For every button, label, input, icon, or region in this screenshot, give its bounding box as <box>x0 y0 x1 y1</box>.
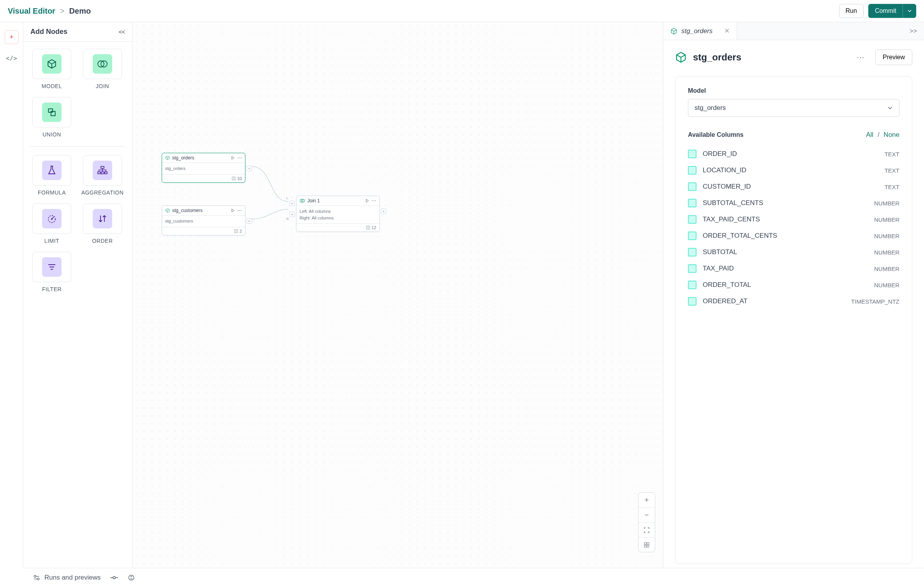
node-col-count: 10 <box>237 176 242 181</box>
flask-icon <box>42 161 62 180</box>
node-tile-order[interactable]: ORDER <box>81 203 124 244</box>
column-row[interactable]: TAX_PAID NUMBER <box>688 260 899 277</box>
input-port-left[interactable]: + <box>289 201 295 206</box>
zoom-fit-button[interactable] <box>638 522 655 537</box>
columns-icon <box>366 226 370 230</box>
close-tab-icon[interactable]: ✕ <box>724 27 730 35</box>
panel-tab[interactable]: stg_orders ✕ <box>663 22 737 40</box>
node-tile-union[interactable]: UNION <box>30 97 73 138</box>
columns-icon <box>232 177 236 180</box>
columns-icon <box>234 229 238 233</box>
code-view-button[interactable]: </> <box>5 51 19 65</box>
svg-point-23 <box>34 575 36 577</box>
canvas-node-stg-customers[interactable]: stg_customers ⋯ stg_customers 2 + <box>162 205 245 235</box>
column-checkbox[interactable] <box>688 199 697 207</box>
column-row[interactable]: LOCATION_ID TEXT <box>688 162 899 179</box>
collapse-panel-button[interactable]: << <box>119 29 125 35</box>
breadcrumb-current: Demo <box>69 7 91 16</box>
commit-icon <box>110 575 118 580</box>
expand-panel-button[interactable]: >> <box>903 28 924 35</box>
node-menu-icon[interactable]: ⋯ <box>237 155 242 161</box>
runs-previews-button[interactable]: Runs and previews <box>33 574 101 582</box>
column-checkbox[interactable] <box>688 166 697 175</box>
output-port[interactable]: + <box>247 218 252 224</box>
play-icon[interactable] <box>231 209 235 212</box>
node-title: Join 1 <box>307 198 320 203</box>
node-tile-aggregation[interactable]: AGGREGATION <box>81 155 124 196</box>
commit-dropdown-button[interactable] <box>903 4 916 18</box>
cube-icon <box>670 28 677 35</box>
play-icon[interactable] <box>231 156 235 160</box>
column-checkbox[interactable] <box>688 264 697 273</box>
node-title: stg_customers <box>172 208 203 213</box>
node-menu-icon[interactable]: ⋯ <box>237 208 242 213</box>
preview-button[interactable]: Preview <box>875 50 912 65</box>
details-panel: stg_orders ✕ >> stg_orders ⋯ Preview Mod… <box>663 22 924 568</box>
node-body: stg_customers <box>162 215 245 227</box>
agg-icon <box>93 161 112 180</box>
column-name: TAX_PAID <box>703 265 868 272</box>
node-tile-filter[interactable]: FILTER <box>30 252 73 292</box>
column-checkbox[interactable] <box>688 150 697 158</box>
column-name: CUSTOMER_ID <box>703 183 878 191</box>
canvas-node-join[interactable]: Join 1 ⋯ Left: All columns Right: All co… <box>296 196 380 232</box>
column-row[interactable]: SUBTOTAL_CENTS NUMBER <box>688 195 899 211</box>
column-row[interactable]: ORDER_TOTAL_CENTS NUMBER <box>688 228 899 244</box>
canvas-node-stg-orders[interactable]: stg_orders ⋯ stg_orders 10 + <box>162 153 245 183</box>
zoom-in-button[interactable]: + <box>638 493 655 507</box>
select-none-link[interactable]: None <box>883 131 899 138</box>
column-checkbox[interactable] <box>688 281 697 289</box>
column-checkbox[interactable] <box>688 215 697 224</box>
column-name: TAX_PAID_CENTS <box>703 216 868 223</box>
panel-more-button[interactable]: ⋯ <box>853 53 869 62</box>
breadcrumb-root[interactable]: Visual Editor <box>8 7 55 16</box>
cube-icon <box>165 208 170 213</box>
select-all-link[interactable]: All <box>866 131 873 138</box>
svg-rect-3 <box>98 172 101 174</box>
add-button[interactable]: + <box>5 30 19 44</box>
output-port[interactable]: + <box>381 209 386 214</box>
canvas[interactable]: stg_orders ⋯ stg_orders 10 + stg_custome… <box>132 22 663 568</box>
column-checkbox[interactable] <box>688 248 697 256</box>
order-icon <box>93 209 112 228</box>
column-checkbox[interactable] <box>688 232 697 240</box>
node-title: stg_orders <box>172 155 194 161</box>
column-row[interactable]: ORDERED_AT TIMESTAMP_NTZ <box>688 293 899 309</box>
join-icon <box>93 54 112 74</box>
filter-icon <box>42 257 62 277</box>
input-port-right[interactable]: + <box>289 212 295 217</box>
column-row[interactable]: TAX_PAID_CENTS NUMBER <box>688 211 899 228</box>
node-tile-join[interactable]: JOIN <box>81 49 124 89</box>
svg-point-25 <box>113 576 115 579</box>
cube-icon <box>42 54 62 74</box>
column-checkbox[interactable] <box>688 297 697 306</box>
commit-button[interactable]: Commit <box>868 4 903 18</box>
run-button[interactable]: Run <box>839 4 864 18</box>
zoom-out-button[interactable]: − <box>638 507 655 522</box>
node-tile-formula[interactable]: FORMULA <box>30 155 73 196</box>
node-tile-model[interactable]: MODEL <box>30 49 73 89</box>
column-name: ORDER_ID <box>703 150 878 158</box>
play-icon[interactable] <box>365 199 369 203</box>
column-row[interactable]: SUBTOTAL NUMBER <box>688 244 899 260</box>
tile-label: FORMULA <box>38 189 66 196</box>
panel-title: stg_orders <box>693 52 846 63</box>
column-name: SUBTOTAL <box>703 248 868 256</box>
tile-label: LIMIT <box>44 238 59 244</box>
column-type: NUMBER <box>874 200 899 207</box>
column-checkbox[interactable] <box>688 182 697 191</box>
output-port[interactable]: + <box>247 166 252 171</box>
breadcrumb-sep: > <box>60 7 65 16</box>
model-select[interactable]: stg_orders <box>688 99 899 117</box>
column-row[interactable]: ORDER_ID TEXT <box>688 146 899 162</box>
node-body: Left: All columns Right: All columns <box>296 205 379 223</box>
node-menu-icon[interactable]: ⋯ <box>372 198 376 203</box>
column-row[interactable]: CUSTOMER_ID TEXT <box>688 179 899 195</box>
commit-graph-button[interactable] <box>110 575 118 580</box>
column-row[interactable]: ORDER_TOTAL NUMBER <box>688 277 899 293</box>
column-name: SUBTOTAL_CENTS <box>703 199 868 207</box>
svg-rect-21 <box>644 545 646 547</box>
refresh-button[interactable] <box>127 574 135 582</box>
node-tile-limit[interactable]: LIMIT <box>30 203 73 244</box>
zoom-grid-button[interactable] <box>638 537 655 552</box>
